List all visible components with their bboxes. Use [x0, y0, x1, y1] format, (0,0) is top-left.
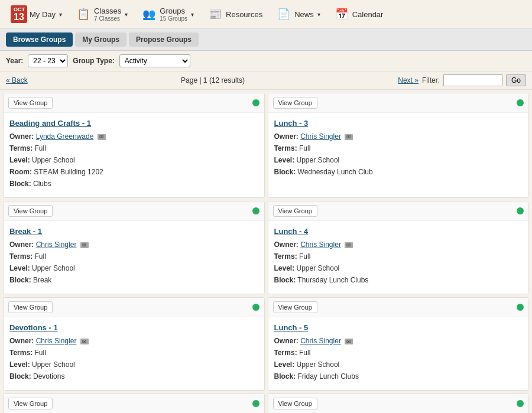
nav-groups[interactable]: 👥 Groups 15 Groups ▾ [136, 4, 199, 25]
nav-my-day[interactable]: OCT 13 My Day ▾ [6, 4, 67, 25]
back-link[interactable]: « Back [6, 76, 28, 84]
status-dot [517, 99, 524, 106]
group-card-header: View Group [268, 298, 529, 317]
group-terms: Terms: Full [274, 143, 523, 154]
owner-link[interactable]: Chris Singler [300, 337, 341, 345]
nav-classes[interactable]: 📋 Classes 7 Classes ▾ [70, 4, 132, 25]
group-level: Level: Upper School [9, 359, 258, 370]
group-card-g4: View Group Lunch - 4 Owner: Chris Single… [268, 201, 530, 294]
group-card-g7: View Group Diversity Clerks - 1 Owner: T… [3, 394, 265, 413]
group-card-header: View Group [4, 298, 264, 317]
owner-link[interactable]: Lynda Greenwade [36, 132, 94, 141]
group-card-g5: View Group Devotions - 1 Owner: Chris Si… [3, 297, 265, 391]
news-label: News [294, 10, 314, 19]
group-owner: Owner: Lynda Greenwade ✉ [9, 131, 258, 142]
group-level: Level: Upper School [274, 359, 523, 370]
news-icon: 📄 [275, 6, 292, 22]
filter-input[interactable] [443, 74, 502, 86]
view-group-button[interactable]: View Group [273, 205, 317, 217]
year-label: Year: [6, 57, 23, 65]
tab-my-groups[interactable]: My Groups [75, 32, 126, 47]
status-dot [252, 400, 259, 407]
group-level: Level: Upper School [9, 263, 258, 274]
owner-link[interactable]: Chris Singler [300, 132, 341, 141]
group-level: Level: Upper School [9, 155, 258, 165]
group-owner: Owner: Chris Singler ✉ [9, 239, 258, 250]
group-card-g2: View Group Lunch - 3 Owner: Chris Single… [268, 93, 530, 198]
group-owner: Owner: Chris Singler ✉ [9, 336, 258, 346]
date-day: 13 [14, 12, 24, 22]
view-group-button[interactable]: View Group [273, 301, 317, 313]
group-card-body: Beading and Crafts - 1 Owner: Lynda Gree… [4, 113, 264, 197]
view-group-button[interactable]: View Group [8, 301, 53, 313]
classes-label: Classes 7 Classes [94, 6, 121, 22]
group-block: Block: Devotions [9, 371, 258, 382]
group-name[interactable]: Lunch - 4 [274, 227, 523, 236]
status-dot [517, 400, 524, 407]
owner-link[interactable]: Chris Singler [36, 240, 77, 249]
news-arrow: ▾ [317, 11, 320, 18]
group-terms: Terms: Full [274, 347, 523, 358]
view-group-button[interactable]: View Group [8, 205, 53, 217]
group-level: Level: Upper School [274, 155, 523, 165]
classes-icon: 📋 [75, 6, 92, 22]
status-dot [252, 99, 259, 106]
groups-grid: View Group Beading and Crafts - 1 Owner:… [0, 90, 532, 413]
group-name[interactable]: Lunch - 3 [274, 119, 523, 128]
group-terms: Terms: Full [9, 347, 258, 358]
tab-browse-groups[interactable]: Browse Groups [6, 32, 73, 47]
groups-label: Groups 15 Groups [160, 6, 187, 22]
group-level: Level: Upper School [274, 263, 523, 274]
sub-navigation: Browse Groups My Groups Propose Groups [0, 29, 532, 51]
email-icon[interactable]: ✉ [80, 339, 89, 344]
group-name[interactable]: Beading and Crafts - 1 [9, 119, 258, 128]
view-group-button[interactable]: View Group [8, 398, 53, 409]
resources-label: Resources [226, 10, 262, 19]
nav-news[interactable]: 📄 News ▾ [271, 4, 325, 25]
filter-bar: Year: 22 - 23 Group Type: Activity [0, 51, 532, 71]
year-select[interactable]: 22 - 23 [28, 54, 68, 67]
group-owner: Owner: Chris Singler ✉ [274, 131, 523, 142]
view-group-button[interactable]: View Group [273, 97, 317, 109]
group-block: Block: Clubs [9, 178, 258, 189]
group-name[interactable]: Devotions - 1 [9, 323, 258, 332]
group-type-select[interactable]: Activity [119, 54, 190, 67]
calendar-label: Calendar [352, 10, 384, 19]
email-icon[interactable]: ✉ [345, 339, 353, 344]
group-card-header: View Group [268, 394, 529, 413]
group-name[interactable]: Break - 1 [9, 227, 258, 236]
group-owner: Owner: Chris Singler ✉ [274, 239, 523, 250]
group-card-header: View Group [4, 201, 264, 221]
email-icon[interactable]: ✉ [80, 242, 89, 248]
view-group-button[interactable]: View Group [8, 97, 53, 109]
tab-propose-groups[interactable]: Propose Groups [129, 32, 199, 47]
group-terms: Terms: Full [9, 251, 258, 262]
next-link[interactable]: Next » [398, 76, 419, 84]
group-owner: Owner: Chris Singler ✉ [274, 336, 523, 346]
groups-icon: 👥 [141, 6, 157, 22]
email-icon[interactable]: ✉ [345, 242, 353, 248]
pagination-row: « Back Page | 1 (12 results) Next » Filt… [0, 71, 532, 90]
group-room: Room: STEAM Building 1202 [9, 167, 258, 177]
group-card-header: View Group [268, 93, 529, 113]
group-name[interactable]: Lunch - 5 [274, 323, 523, 332]
group-card-body: Lunch - 4 Owner: Chris Singler ✉ Terms: … [268, 221, 529, 294]
owner-link[interactable]: Chris Singler [300, 240, 341, 249]
groups-arrow: ▾ [191, 11, 194, 18]
email-icon[interactable]: ✉ [345, 134, 353, 140]
my-day-arrow: ▾ [59, 11, 62, 18]
nav-calendar[interactable]: 📅 Calendar [329, 4, 388, 25]
email-icon[interactable]: ✉ [98, 134, 106, 140]
go-button[interactable]: Go [506, 74, 526, 86]
resources-icon: 📰 [207, 6, 223, 22]
group-card-g3: View Group Break - 1 Owner: Chris Single… [3, 201, 265, 294]
group-card-g1: View Group Beading and Crafts - 1 Owner:… [3, 93, 265, 198]
calendar-icon: 📅 [333, 6, 350, 22]
owner-link[interactable]: Chris Singler [36, 337, 77, 345]
group-card-g6: View Group Lunch - 5 Owner: Chris Single… [268, 297, 530, 391]
nav-resources[interactable]: 📰 Resources [202, 4, 267, 25]
group-card-body: Lunch - 5 Owner: Chris Singler ✉ Terms: … [268, 317, 529, 390]
group-block: Block: Thursday Lunch Clubs [274, 275, 523, 285]
view-group-button[interactable]: View Group [273, 398, 317, 409]
group-card-header: View Group [268, 201, 529, 221]
